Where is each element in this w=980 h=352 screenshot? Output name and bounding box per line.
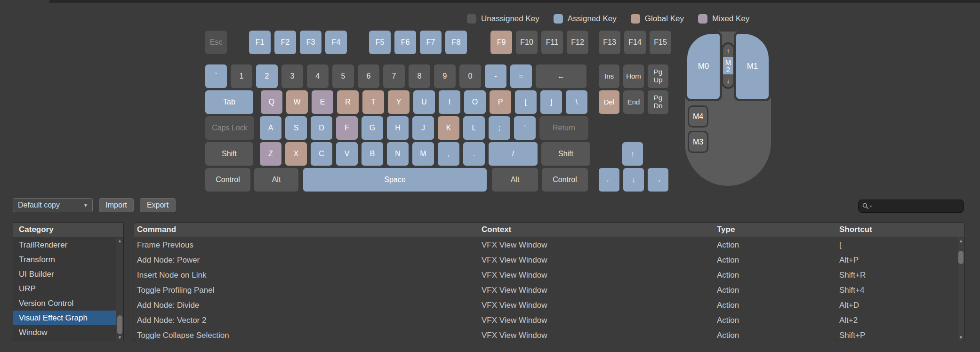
key-shift-left[interactable]: Shift xyxy=(205,142,253,166)
key-bracket-left[interactable]: [ xyxy=(515,90,537,114)
key-1[interactable]: 1 xyxy=(231,64,252,88)
key-space[interactable]: Space xyxy=(303,168,487,192)
key-f8[interactable]: F8 xyxy=(445,31,467,54)
key-control-right[interactable]: Control xyxy=(542,168,588,192)
key-hom[interactable]: Hom xyxy=(623,64,644,88)
key-v[interactable]: V xyxy=(336,142,358,166)
key-esc[interactable]: Esc xyxy=(205,31,227,54)
key-m[interactable]: M xyxy=(412,142,434,166)
key-f11[interactable]: F11 xyxy=(541,31,563,54)
wheel-down-icon[interactable]: ↓ xyxy=(723,74,733,87)
export-button[interactable]: Export xyxy=(140,198,176,212)
key-pg-dn[interactable]: Pg Dn xyxy=(648,90,668,114)
key-equals[interactable]: = xyxy=(510,64,532,88)
key-b[interactable]: B xyxy=(361,142,383,166)
key-6[interactable]: 6 xyxy=(358,64,379,88)
shortcut-row[interactable]: Toggle Collapse SelectionVFX View Window… xyxy=(134,328,956,341)
key-end[interactable]: End xyxy=(623,90,644,114)
key-caps-lock[interactable]: Caps Lock xyxy=(205,116,254,140)
key-control-left[interactable]: Control xyxy=(205,168,250,192)
key-alt-left[interactable]: Alt xyxy=(254,168,298,192)
key-del[interactable]: Del xyxy=(599,90,619,114)
key-f10[interactable]: F10 xyxy=(516,31,538,54)
key-c[interactable]: C xyxy=(311,142,332,166)
key-h[interactable]: H xyxy=(387,116,409,140)
profile-dropdown[interactable]: Default copy ▼ xyxy=(13,198,93,212)
key-f4[interactable]: F4 xyxy=(325,31,347,54)
scroll-up-icon[interactable]: ▲ xyxy=(957,238,964,244)
key-3[interactable]: 3 xyxy=(281,64,303,88)
key-quote[interactable]: ' xyxy=(514,116,536,140)
key-arrow-down[interactable]: ↓ xyxy=(623,168,644,192)
key-2[interactable]: 2 xyxy=(256,64,278,88)
key-f2[interactable]: F2 xyxy=(274,31,296,54)
shortcut-row[interactable]: Insert Node on LinkVFX View WindowAction… xyxy=(134,268,956,283)
key-f13[interactable]: F13 xyxy=(599,31,620,54)
shortcut-row[interactable]: Frame PreviousVFX View WindowAction[ xyxy=(134,238,956,253)
key-r[interactable]: R xyxy=(337,90,359,114)
scroll-up-icon[interactable]: ▲ xyxy=(116,238,123,244)
scroll-down-icon[interactable]: ▼ xyxy=(957,334,964,341)
key-f5[interactable]: F5 xyxy=(369,31,391,54)
key-f9[interactable]: F9 xyxy=(490,31,512,54)
key-t[interactable]: T xyxy=(362,90,384,114)
key-4[interactable]: 4 xyxy=(307,64,329,88)
key-p[interactable]: P xyxy=(490,90,511,114)
key-o[interactable]: O xyxy=(464,90,486,114)
category-item-version-control[interactable]: Version Control xyxy=(13,296,116,311)
wheel-up-icon[interactable]: ↑ xyxy=(723,44,733,57)
key-f15[interactable]: F15 xyxy=(650,31,671,54)
category-scrollbar[interactable]: ▲ ▼ xyxy=(116,238,123,341)
key-5[interactable]: 5 xyxy=(332,64,354,88)
key-tab[interactable]: Tab xyxy=(205,90,253,114)
key-backslash[interactable]: \ xyxy=(566,90,587,114)
key-7[interactable]: 7 xyxy=(383,64,405,88)
key-d[interactable]: D xyxy=(311,116,332,140)
shortcut-row[interactable]: Add Node: DivideVFX View WindowActionAlt… xyxy=(134,298,956,313)
key-backspace[interactable]: ← xyxy=(536,64,586,88)
mouse-button-m1[interactable]: M1 xyxy=(734,32,771,101)
mouse-button-m3[interactable]: M3 xyxy=(688,131,708,153)
key-z[interactable]: Z xyxy=(260,142,281,166)
key-f3[interactable]: F3 xyxy=(300,31,321,54)
key-q[interactable]: Q xyxy=(261,90,282,114)
key-8[interactable]: 8 xyxy=(409,64,430,88)
column-header-shortcut[interactable]: Shortcut xyxy=(836,223,964,237)
key-period[interactable]: . xyxy=(463,142,485,166)
key-arrow-right[interactable]: → xyxy=(648,168,668,192)
key-bracket-right[interactable]: ] xyxy=(540,90,562,114)
key-j[interactable]: J xyxy=(412,116,434,140)
key-backtick[interactable]: ` xyxy=(205,64,227,88)
key-arrow-left[interactable]: ← xyxy=(599,168,619,192)
key-0[interactable]: 0 xyxy=(459,64,481,88)
key-minus[interactable]: - xyxy=(485,64,506,88)
key-return[interactable]: Return xyxy=(539,116,588,140)
category-item-trailrenderer[interactable]: TrailRenderer xyxy=(13,238,116,252)
key-e[interactable]: E xyxy=(312,90,333,114)
key-slash[interactable]: / xyxy=(489,142,538,166)
key-9[interactable]: 9 xyxy=(434,64,456,88)
mouse-button-m2[interactable]: M2 xyxy=(723,57,733,74)
key-u[interactable]: U xyxy=(413,90,435,114)
key-w[interactable]: W xyxy=(286,90,308,114)
key-l[interactable]: L xyxy=(463,116,485,140)
mouse-button-m4[interactable]: M4 xyxy=(688,105,708,128)
column-header-type[interactable]: Type xyxy=(714,223,836,237)
key-s[interactable]: S xyxy=(285,116,307,140)
shortcut-row[interactable]: Toggle Profiling PanelVFX View WindowAct… xyxy=(134,283,956,298)
key-pg-up[interactable]: Pg Up xyxy=(648,64,668,88)
scrollbar-thumb[interactable] xyxy=(117,315,122,334)
table-scrollbar[interactable]: ▲ ▼ xyxy=(957,238,964,341)
search-field[interactable]: ▾ xyxy=(858,200,964,213)
key-x[interactable]: X xyxy=(285,142,307,166)
search-input[interactable] xyxy=(873,202,960,211)
key-f[interactable]: F xyxy=(336,116,358,140)
column-header-context[interactable]: Context xyxy=(479,223,714,237)
category-item-window[interactable]: Window xyxy=(13,325,116,340)
key-f12[interactable]: F12 xyxy=(567,31,588,54)
key-alt-right[interactable]: Alt xyxy=(492,168,538,192)
key-shift-right[interactable]: Shift xyxy=(541,142,590,166)
mouse-button-m0[interactable]: M0 xyxy=(685,32,722,101)
key-f14[interactable]: F14 xyxy=(624,31,646,54)
window-tab[interactable] xyxy=(0,0,49,3)
